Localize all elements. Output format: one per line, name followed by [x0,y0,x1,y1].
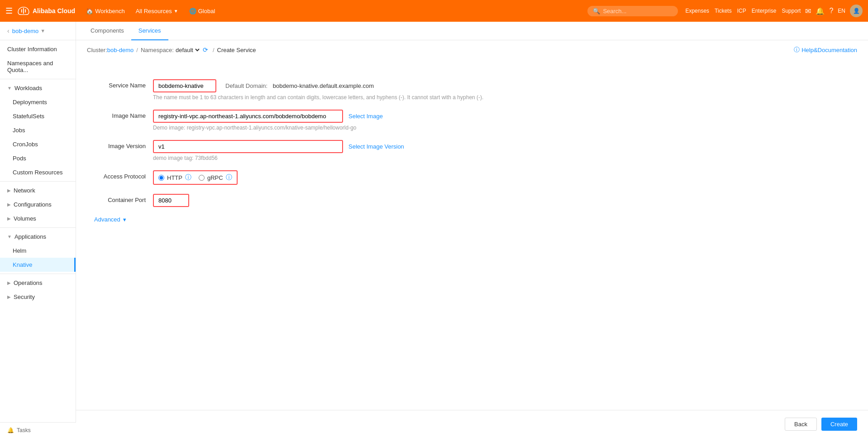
bottom-buttons: Back Create [76,410,868,438]
back-button[interactable]: Back [785,418,817,431]
help-icon[interactable]: ? [829,7,833,15]
expenses-link[interactable]: Expenses [685,8,709,14]
image-name-label: Image Name [94,110,153,119]
top-nav-icons: ✉ 🔔 ? EN 👤 [805,5,863,17]
image-name-content: Select Image Demo image: registry-vpc.ap… [153,110,850,131]
menu-toggle[interactable]: ☰ [5,6,13,16]
tickets-link[interactable]: Tickets [715,8,732,14]
container-port-content [153,194,850,207]
namespace-label: Namespace: [141,47,174,53]
sidebar-group-network[interactable]: ▶ Network [0,183,76,197]
image-name-input-row: Select Image [153,110,850,123]
sidebar-group-operations[interactable]: ▶ Operations [0,276,76,290]
all-resources-btn[interactable]: All Resources ▼ [132,6,182,16]
breadcrumb-sep2: / [213,47,215,53]
security-arrow-icon: ▶ [7,294,11,299]
network-arrow-icon: ▶ [7,188,11,193]
global-btn[interactable]: 🌐 Global [186,6,219,16]
refresh-icon[interactable]: ⟳ [203,46,208,53]
container-port-label: Container Port [94,194,153,203]
sidebar-item-deployments[interactable]: Deployments [0,95,76,109]
sidebar-project-header[interactable]: ‹ bob-demo ▼ [0,22,76,40]
bell-icon[interactable]: 🔔 [816,7,825,15]
sidebar-item-cluster-information[interactable]: Cluster Information [0,42,76,56]
workbench-btn[interactable]: 🏠 Workbench [82,6,129,16]
service-name-row: Service Name Default Domain: bobdemo-kna… [94,79,850,101]
create-service-label: Create Service [217,47,256,53]
grpc-radio-label[interactable]: gRPC ⓘ [199,173,232,182]
help-circle-icon: ⓘ [794,46,800,54]
advanced-arrow-icon: ▼ [122,217,127,222]
service-name-hint: The name must be 1 to 63 characters in l… [153,94,850,101]
sidebar-item-helm[interactable]: Helm [0,244,76,258]
grpc-radio[interactable] [199,175,205,181]
container-port-input[interactable] [153,194,189,207]
help-documentation-link[interactable]: ⓘ Help&Documentation [794,46,857,54]
avatar[interactable]: 👤 [850,5,863,17]
image-version-row: Image Version Select Image Version demo … [94,140,850,161]
image-version-hint: demo image tag: 73fbdd56 [153,155,850,161]
image-version-label: Image Version [94,140,153,149]
sidebar-item-jobs[interactable]: Jobs [0,123,76,137]
tabs-bar: Components Services [76,22,868,40]
access-protocol-content: HTTP ⓘ gRPC ⓘ [153,170,850,185]
sidebar-item-namespaces-quota[interactable]: Namespaces and Quota... [0,56,76,77]
project-name: bob-demo [12,28,39,34]
service-name-input-row: Default Domain: bobdemo-knative.default.… [153,79,850,92]
language-selector[interactable]: EN [838,8,845,14]
tasks-label: Tasks [17,427,31,433]
sidebar-group-volumes[interactable]: ▶ Volumes [0,212,76,226]
breadcrumb: Cluster: bob-demo / Namespace: default ⟳… [76,40,868,59]
tasks-bell-icon: 🔔 [7,427,14,433]
service-name-content: Default Domain: bobdemo-knative.default.… [153,79,850,101]
create-button[interactable]: Create [821,418,857,431]
service-name-input[interactable] [153,79,216,92]
support-link[interactable]: Support [782,8,801,14]
page-layout: ‹ bob-demo ▼ Cluster Information Namespa… [0,0,868,438]
image-name-input[interactable] [153,110,343,123]
sidebar-item-custom-resources[interactable]: Custom Resources [0,165,76,179]
configurations-arrow-icon: ▶ [7,202,11,207]
enterprise-link[interactable]: Enterprise [752,8,777,14]
access-protocol-options: HTTP ⓘ gRPC ⓘ [153,170,238,185]
main-content: Components Services Cluster: bob-demo / … [76,22,868,438]
image-version-input[interactable] [153,140,343,153]
sidebar-group-applications[interactable]: ▼ Applications [0,230,76,244]
advanced-section[interactable]: Advanced ▼ [94,216,850,223]
default-domain: Default Domain: bobdemo-knative.default.… [225,82,374,89]
default-domain-label: Default Domain: [225,82,267,89]
applications-arrow-icon: ▼ [7,234,12,239]
grpc-info-icon[interactable]: ⓘ [226,173,232,182]
search-box[interactable]: 🔍 [587,6,678,16]
image-version-input-row: Select Image Version [153,140,850,153]
sidebar-group-security[interactable]: ▶ Security [0,290,76,304]
project-dropdown-icon: ▼ [40,28,45,34]
sidebar-item-statefulsets[interactable]: StatefulSets [0,109,76,123]
icp-link[interactable]: ICP [737,8,746,14]
sidebar-item-cronjobs[interactable]: CronJobs [0,137,76,151]
sidebar: ‹ bob-demo ▼ Cluster Information Namespa… [0,22,76,438]
sidebar-item-knative[interactable]: Knative [0,258,76,272]
service-name-label: Service Name [94,79,153,89]
breadcrumb-sep1: / [136,47,138,53]
create-service-form: Service Name Default Domain: bobdemo-kna… [76,70,868,245]
select-image-version-link[interactable]: Select Image Version [348,143,404,150]
sidebar-group-configurations[interactable]: ▶ Configurations [0,197,76,212]
access-protocol-row: Access Protocol HTTP ⓘ gRPC ⓘ [94,170,850,185]
tab-components[interactable]: Components [83,22,131,40]
namespace-select[interactable]: default [174,46,201,54]
select-image-link[interactable]: Select Image [348,113,383,120]
http-radio-label[interactable]: HTTP ⓘ [158,173,191,182]
sidebar-group-workloads[interactable]: ▼ Workloads [0,81,76,95]
http-radio[interactable] [158,175,164,181]
access-protocol-label: Access Protocol [94,170,153,180]
sidebar-nav: Cluster Information Namespaces and Quota… [0,40,76,306]
mail-icon[interactable]: ✉ [805,7,811,15]
top-navigation: ☰ Alibaba Cloud 🏠 Workbench All Resource… [0,0,868,22]
sidebar-item-pods[interactable]: Pods [0,151,76,165]
search-input[interactable] [603,8,671,14]
namespace-dropdown[interactable]: default [174,46,201,54]
tab-services[interactable]: Services [131,22,168,40]
cluster-name-link[interactable]: bob-demo [107,47,134,53]
http-info-icon[interactable]: ⓘ [185,173,191,182]
